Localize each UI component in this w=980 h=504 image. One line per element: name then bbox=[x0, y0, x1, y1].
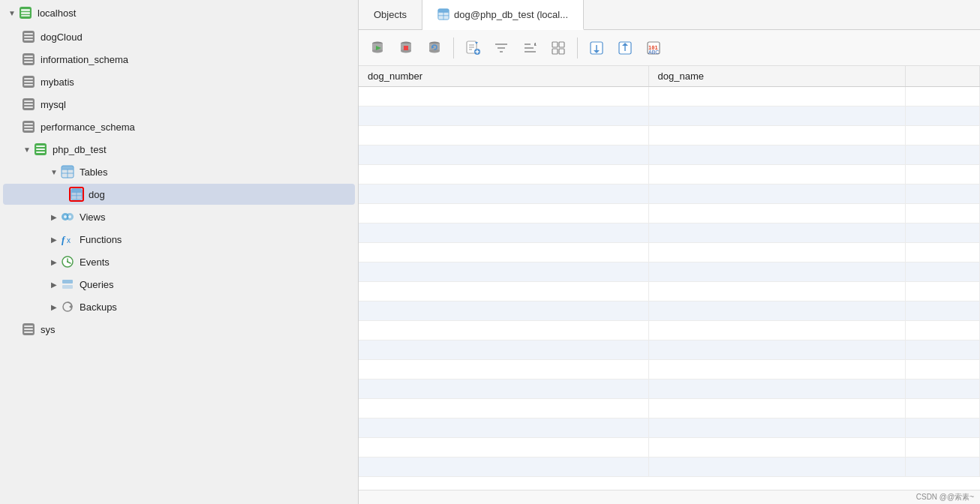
svg-rect-35 bbox=[71, 189, 82, 192]
functions-icon: f x bbox=[60, 232, 75, 247]
svg-rect-19 bbox=[24, 106, 33, 108]
tab-objects[interactable]: Objects bbox=[359, 0, 422, 29]
svg-rect-57 bbox=[24, 332, 33, 333]
data-table-area: dog_number dog_name bbox=[359, 66, 980, 490]
sidebar-item-queries[interactable]: ▶ Queries bbox=[3, 274, 355, 295]
sidebar-item-label: Tables bbox=[80, 166, 108, 178]
sidebar-item-label: sys bbox=[41, 324, 56, 335]
table-row bbox=[359, 321, 980, 340]
export-button[interactable] bbox=[584, 35, 609, 61]
svg-rect-6 bbox=[24, 36, 33, 38]
table-row bbox=[359, 360, 980, 380]
sidebar: ▼ localhost dogCloud bbox=[0, 0, 359, 504]
db-icon bbox=[21, 322, 36, 337]
chevron-down-icon: ▼ bbox=[6, 9, 18, 17]
sidebar-item-tables[interactable]: ▼ Tables bbox=[3, 161, 355, 182]
views-icon bbox=[60, 209, 75, 224]
sidebar-item-label: localhost bbox=[38, 8, 76, 19]
svg-rect-71 bbox=[404, 46, 408, 50]
svg-rect-59 bbox=[438, 9, 449, 12]
svg-point-66 bbox=[372, 49, 383, 52]
svg-rect-10 bbox=[24, 58, 33, 60]
sidebar-item-information-schema[interactable]: information_schema bbox=[3, 49, 355, 70]
sidebar-item-php-db-test[interactable]: ▼ php_db_test bbox=[3, 139, 355, 160]
svg-rect-50 bbox=[62, 280, 73, 284]
svg-rect-21 bbox=[24, 123, 33, 124]
sidebar-item-localhost[interactable]: ▼ localhost bbox=[3, 1, 355, 25]
table-row bbox=[359, 380, 980, 399]
table-icon bbox=[69, 187, 84, 202]
db-icon bbox=[21, 74, 36, 89]
localhost-icon bbox=[18, 5, 33, 20]
sidebar-item-label: Functions bbox=[80, 234, 122, 245]
chevron-down-icon: ▼ bbox=[48, 168, 60, 176]
sidebar-item-label: mybatis bbox=[41, 76, 74, 88]
svg-point-43 bbox=[68, 215, 71, 218]
svg-rect-11 bbox=[24, 62, 33, 63]
chevron-right-icon: ▶ bbox=[48, 236, 60, 244]
table-row bbox=[359, 418, 980, 438]
text-view-button[interactable]: 101 ABC bbox=[641, 35, 666, 61]
svg-rect-1 bbox=[21, 9, 30, 11]
table-row bbox=[359, 106, 980, 126]
column-header-dog-number[interactable]: dog_number bbox=[359, 66, 648, 87]
table-row bbox=[359, 184, 980, 204]
svg-rect-22 bbox=[24, 126, 33, 128]
svg-point-49 bbox=[67, 261, 68, 262]
svg-rect-15 bbox=[24, 84, 33, 86]
sort-button[interactable] bbox=[517, 35, 543, 61]
sidebar-item-label: php_db_test bbox=[53, 144, 107, 155]
svg-text:ABC: ABC bbox=[648, 50, 659, 55]
svg-text:x: x bbox=[67, 236, 71, 244]
sidebar-item-dog[interactable]: dog bbox=[3, 184, 355, 205]
sidebar-item-sys[interactable]: sys bbox=[3, 319, 355, 340]
stop-button[interactable] bbox=[393, 35, 419, 61]
toolbar: 101 ABC bbox=[359, 30, 980, 66]
svg-rect-25 bbox=[36, 146, 45, 147]
grid-view-button[interactable] bbox=[546, 35, 571, 61]
sidebar-item-label: Events bbox=[80, 256, 110, 268]
sidebar-item-label: mysql bbox=[41, 99, 66, 110]
column-header-dog-name[interactable]: dog_name bbox=[648, 66, 905, 87]
svg-rect-17 bbox=[24, 100, 33, 102]
sidebar-item-mybatis[interactable]: mybatis bbox=[3, 71, 355, 92]
table-row bbox=[359, 146, 980, 165]
tab-dog[interactable]: dog@php_db_test (local... bbox=[422, 0, 584, 30]
refresh-button[interactable] bbox=[422, 35, 447, 61]
svg-rect-94 bbox=[552, 49, 558, 54]
table-row bbox=[359, 340, 980, 360]
tables-icon bbox=[60, 164, 75, 179]
svg-rect-5 bbox=[24, 33, 33, 34]
tab-label: dog@php_db_test (local... bbox=[454, 9, 568, 20]
chevron-down-icon: ▼ bbox=[21, 146, 33, 154]
svg-text:f: f bbox=[62, 234, 66, 245]
insert-row-button[interactable] bbox=[460, 35, 485, 61]
sidebar-item-label: dogCloud bbox=[41, 32, 83, 43]
svg-rect-23 bbox=[24, 129, 33, 130]
sidebar-item-events[interactable]: ▶ Events bbox=[3, 251, 355, 272]
sidebar-item-dogcloud[interactable]: dogCloud bbox=[3, 26, 355, 47]
sidebar-item-mysql[interactable]: mysql bbox=[3, 94, 355, 115]
svg-rect-92 bbox=[552, 42, 558, 47]
svg-rect-13 bbox=[24, 78, 33, 80]
import-button[interactable] bbox=[612, 35, 638, 61]
chevron-right-icon: ▶ bbox=[48, 213, 60, 221]
table-row bbox=[359, 87, 980, 106]
separator bbox=[453, 38, 454, 58]
svg-rect-14 bbox=[24, 81, 33, 82]
table-row bbox=[359, 302, 980, 321]
svg-marker-53 bbox=[69, 304, 72, 309]
sidebar-item-backups[interactable]: ▶ Backups bbox=[3, 296, 355, 317]
column-header-empty bbox=[905, 66, 979, 87]
table-row bbox=[359, 399, 980, 418]
db-icon bbox=[21, 119, 36, 134]
table-row bbox=[359, 458, 980, 477]
svg-rect-26 bbox=[36, 148, 45, 150]
sidebar-item-performance-schema[interactable]: performance_schema bbox=[3, 116, 355, 137]
filter-button[interactable] bbox=[488, 35, 514, 61]
sidebar-item-views[interactable]: ▶ Views bbox=[3, 206, 355, 227]
data-table: dog_number dog_name bbox=[359, 66, 980, 477]
run-button[interactable] bbox=[365, 35, 390, 61]
svg-rect-51 bbox=[62, 285, 73, 289]
sidebar-item-functions[interactable]: ▶ f x Functions bbox=[3, 229, 355, 250]
